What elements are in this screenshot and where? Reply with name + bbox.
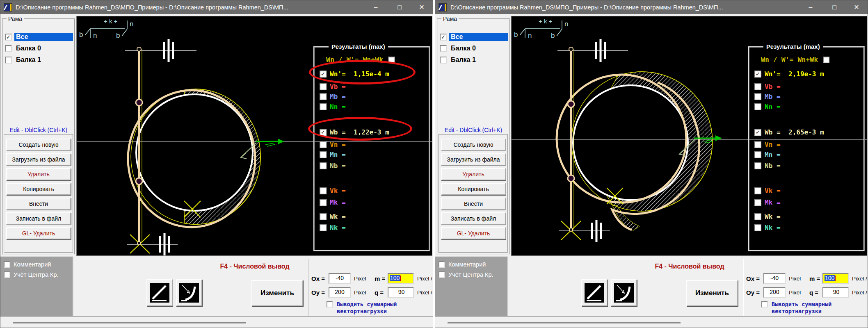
gl-delete-button[interactable]: GL- Удалить xyxy=(6,227,71,239)
list-item-beam0[interactable]: Балка 0 xyxy=(440,43,508,54)
m-input[interactable]: 100 xyxy=(822,273,849,284)
minimize-icon[interactable]: – xyxy=(366,0,385,14)
insert-button[interactable]: Внести xyxy=(441,198,506,210)
list-item-beam0[interactable]: Балка 0 xyxy=(5,43,73,54)
ox-input[interactable]: -40 xyxy=(329,273,351,284)
diagram-line-button[interactable] xyxy=(581,279,608,306)
list-item-beam1[interactable]: Балка 1 xyxy=(5,55,73,65)
load-from-file-button[interactable]: Загрузить из файла xyxy=(441,153,506,166)
sum-vector-checkbox[interactable] xyxy=(327,301,333,308)
checkbox-wk[interactable] xyxy=(320,213,327,220)
q-unit: Pixel / xyxy=(852,289,867,296)
minimize-icon[interactable]: – xyxy=(801,0,820,14)
drawing-canvas[interactable]: b n + k + b n xyxy=(511,16,867,256)
app-icon[interactable] xyxy=(439,3,447,11)
checkbox-nn[interactable] xyxy=(320,103,327,110)
checkbox-beam0[interactable] xyxy=(440,45,447,52)
checkbox-vb[interactable] xyxy=(754,83,761,90)
legend-k: + k + xyxy=(104,18,118,25)
comment-option[interactable]: Комментарий xyxy=(4,261,51,268)
gl-delete-button[interactable]: GL- Удалить xyxy=(441,227,506,239)
comment-checkbox[interactable] xyxy=(4,261,10,268)
oy-input[interactable]: 200 xyxy=(329,287,351,298)
q-unit: Pixel / xyxy=(417,289,432,296)
checkbox-mb[interactable] xyxy=(320,93,327,100)
checkbox-wk[interactable] xyxy=(754,213,761,220)
checkbox-beam1[interactable] xyxy=(5,57,12,64)
q-input[interactable]: 90 xyxy=(822,287,849,298)
write-to-file-button[interactable]: Записать в файл xyxy=(441,212,506,225)
checkbox-mn[interactable] xyxy=(320,151,327,158)
formula-checkbox[interactable] xyxy=(388,57,395,63)
scrollbar[interactable] xyxy=(448,322,681,323)
diagram-curve-button[interactable] xyxy=(611,279,637,306)
maximize-icon[interactable]: □ xyxy=(825,0,844,14)
checkbox-wb[interactable]: ✓ xyxy=(754,129,761,136)
checkbox-wn[interactable]: ✓ xyxy=(754,71,761,77)
scrollbar[interactable] xyxy=(13,322,246,323)
comment-checkbox[interactable] xyxy=(439,261,445,268)
load-from-file-button[interactable]: Загрузить из файла xyxy=(6,153,71,166)
result-row-wk: Wk = xyxy=(754,212,788,221)
checkbox-vn[interactable] xyxy=(320,141,327,148)
checkbox-wn[interactable]: ✓ xyxy=(320,71,327,77)
checkbox-mk[interactable] xyxy=(320,199,327,206)
change-button[interactable]: Изменить xyxy=(251,280,303,306)
sum-vector-option[interactable]: Выводить суммарныйвектортнагрузки xyxy=(327,301,397,315)
insert-button[interactable]: Внести xyxy=(6,198,71,210)
app-icon[interactable] xyxy=(4,3,12,11)
center-option[interactable]: Учёт Центра Кр. xyxy=(439,271,493,278)
checkbox-beam1[interactable] xyxy=(440,57,447,64)
center-checkbox[interactable] xyxy=(439,271,445,278)
checkbox-beam0[interactable] xyxy=(5,45,12,52)
list-item-all[interactable]: ✓ Все xyxy=(440,32,508,42)
checkbox-all[interactable]: ✓ xyxy=(440,34,447,41)
delete-button[interactable]: Удалить xyxy=(6,168,71,180)
checkbox-nk[interactable] xyxy=(754,224,761,231)
close-icon[interactable]: ✕ xyxy=(412,0,431,14)
copy-button[interactable]: Копировать xyxy=(6,183,71,195)
sum-vector-option[interactable]: Выводить суммарныйвектортнагрузки xyxy=(761,301,831,315)
q-input[interactable]: 90 xyxy=(388,287,414,298)
comment-option[interactable]: Комментарий xyxy=(439,261,486,268)
list-item-beam1[interactable]: Балка 1 xyxy=(440,55,508,65)
drawing-canvas[interactable]: b n + k + b n xyxy=(76,16,432,256)
checkbox-nb[interactable] xyxy=(754,162,761,169)
create-new-button[interactable]: Создать новую xyxy=(6,139,71,151)
titlebar[interactable]: D:\Описание программы Rahmen_DS\МПО_Прим… xyxy=(0,0,433,14)
list-item-all[interactable]: ✓ Все xyxy=(5,32,73,42)
ox-input[interactable]: -40 xyxy=(763,273,786,284)
create-new-button[interactable]: Создать новую xyxy=(441,139,506,151)
oy-input[interactable]: 200 xyxy=(763,287,786,298)
change-button[interactable]: Изменить xyxy=(686,280,738,306)
close-icon[interactable]: ✕ xyxy=(847,0,866,14)
checkbox-vb[interactable] xyxy=(320,83,327,90)
results-title: Результаты (max) xyxy=(763,43,823,50)
maximize-icon[interactable]: □ xyxy=(390,0,409,14)
checkbox-wb[interactable]: ✓ xyxy=(320,129,327,136)
checkbox-vk[interactable] xyxy=(754,187,761,194)
center-checkbox[interactable] xyxy=(4,271,10,278)
checkbox-vn[interactable] xyxy=(754,141,761,148)
copy-button[interactable]: Копировать xyxy=(441,183,506,195)
checkbox-nk[interactable] xyxy=(320,224,327,231)
titlebar[interactable]: D:\Описание программы Rahmen_DS\МПО_Прим… xyxy=(435,0,868,14)
checkbox-mb[interactable] xyxy=(754,93,761,100)
center-option[interactable]: Учёт Центра Кр. xyxy=(4,271,59,278)
delete-button[interactable]: Удалить xyxy=(441,168,506,180)
diagram-curve-button[interactable] xyxy=(176,279,202,306)
write-to-file-button[interactable]: Записать в файл xyxy=(6,212,71,225)
checkbox-vk[interactable] xyxy=(320,187,327,194)
diagram-line-button[interactable] xyxy=(146,279,173,306)
checkbox-all[interactable]: ✓ xyxy=(5,34,12,41)
checkbox-nb[interactable] xyxy=(320,162,327,169)
checkbox-mn[interactable] xyxy=(754,151,761,158)
window-title: D:\Описание программы Rahmen_DS\МПО_Прим… xyxy=(16,4,288,11)
formula-checkbox[interactable] xyxy=(823,57,829,63)
checkbox-mk[interactable] xyxy=(754,199,761,206)
m-input[interactable]: 100 xyxy=(388,273,414,284)
edit-link[interactable]: Edit - DblClick (Ctrl+K) xyxy=(3,127,74,133)
checkbox-nn[interactable] xyxy=(754,103,761,110)
edit-link[interactable]: Edit - DblClick (Ctrl+K) xyxy=(438,127,509,133)
sum-vector-checkbox[interactable] xyxy=(761,301,768,308)
